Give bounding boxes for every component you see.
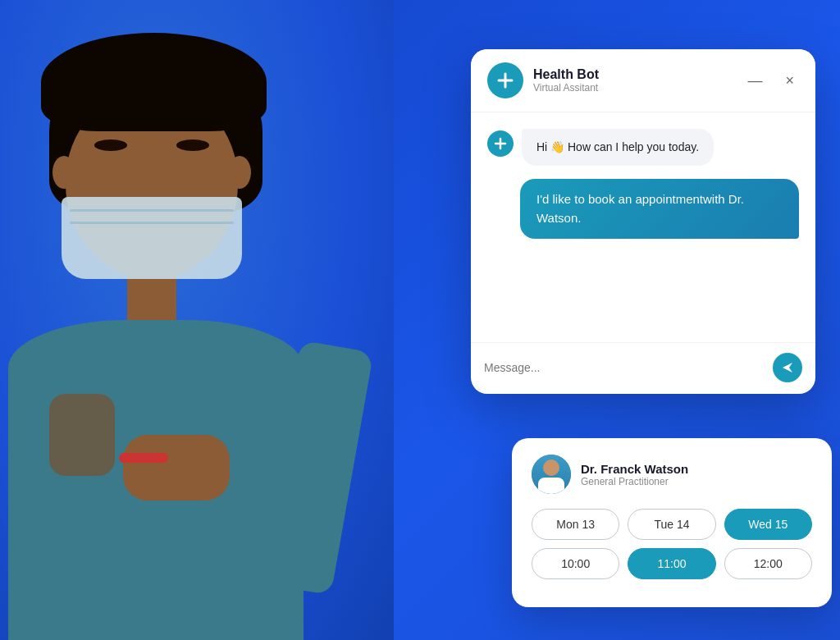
chat-body: Hi 👋 How can I help you today. I'd like … [471,112,815,342]
chat-title-block: Health Bot Virtual Assitant [533,67,742,94]
doctor-specialty: General Practitioner [581,476,688,487]
user-bubble: I'd like to book an appointmentwith Dr. … [520,179,799,239]
bot-message-row: Hi 👋 How can I help you today. [487,129,799,166]
chat-controls: — × [742,71,799,91]
chat-title: Health Bot [533,67,742,82]
time-slots-row: 10:00 11:00 12:00 [532,548,812,579]
doctor-info: Dr. Franck Watson General Practitioner [581,462,688,487]
chat-window: Health Bot Virtual Assitant — × Hi 👋 How… [471,49,815,394]
time-slot-1000[interactable]: 10:00 [532,548,619,579]
time-slot-1200[interactable]: 12:00 [724,548,812,579]
chat-header: Health Bot Virtual Assitant — × [471,49,815,112]
chat-bot-avatar [487,62,523,98]
message-input[interactable] [484,361,765,374]
time-slot-1100[interactable]: 11:00 [628,548,715,579]
minimize-button[interactable]: — [742,71,767,91]
user-message-text: I'd like to book an appointmentwith Dr. … [536,192,744,225]
doctor-row: Dr. Franck Watson General Practitioner [532,455,812,494]
bot-bubble: Hi 👋 How can I help you today. [522,129,714,166]
date-slot-tue14[interactable]: Tue 14 [628,509,715,540]
appointment-card: Dr. Franck Watson General Practitioner M… [512,438,832,607]
doctor-name: Dr. Franck Watson [581,462,688,476]
bot-small-avatar [487,130,514,157]
chat-input-row [471,342,815,394]
user-message-row: I'd like to book an appointmentwith Dr. … [487,179,799,239]
doctor-avatar [532,455,571,494]
send-button[interactable] [773,353,802,382]
date-slot-wed15[interactable]: Wed 15 [724,509,812,540]
close-button[interactable]: × [780,71,799,91]
date-slots-row: Mon 13 Tue 14 Wed 15 [532,509,812,540]
date-slot-mon13[interactable]: Mon 13 [532,509,619,540]
bot-message-text: Hi 👋 How can I help you today. [536,140,699,153]
person-image [0,0,394,640]
chat-subtitle: Virtual Assitant [533,82,742,94]
